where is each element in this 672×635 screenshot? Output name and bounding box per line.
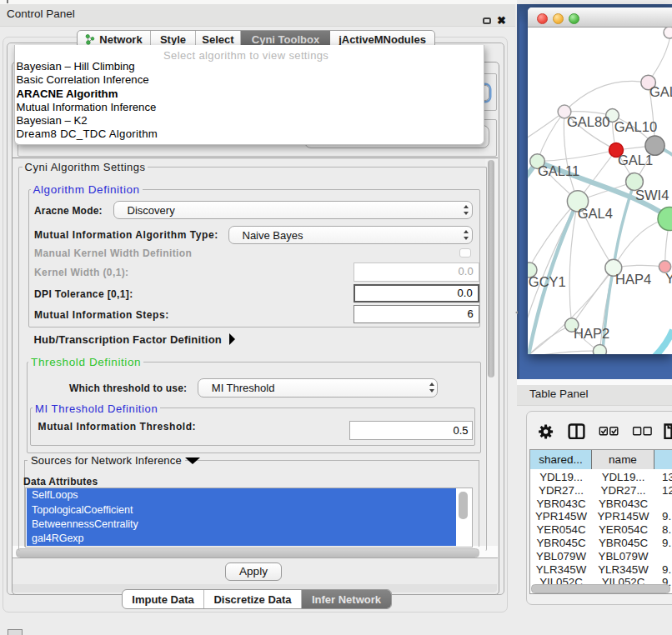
svg-text:GAL11: GAL11 (538, 163, 579, 178)
svg-text:HAP2: HAP2 (574, 326, 609, 341)
svg-text:SWI4: SWI4 (635, 188, 669, 202)
svg-text:GAL7: GAL7 (649, 84, 672, 99)
svg-text:GCY1: GCY1 (529, 274, 566, 289)
svg-text:GAL4: GAL4 (578, 206, 613, 221)
svg-text:YM: YM (665, 271, 672, 286)
svg-text:GAL10: GAL10 (614, 119, 657, 134)
svg-text:HAP4: HAP4 (615, 272, 651, 287)
svg-text:GAL80: GAL80 (567, 114, 609, 129)
svg-text:GAL1: GAL1 (618, 152, 653, 168)
